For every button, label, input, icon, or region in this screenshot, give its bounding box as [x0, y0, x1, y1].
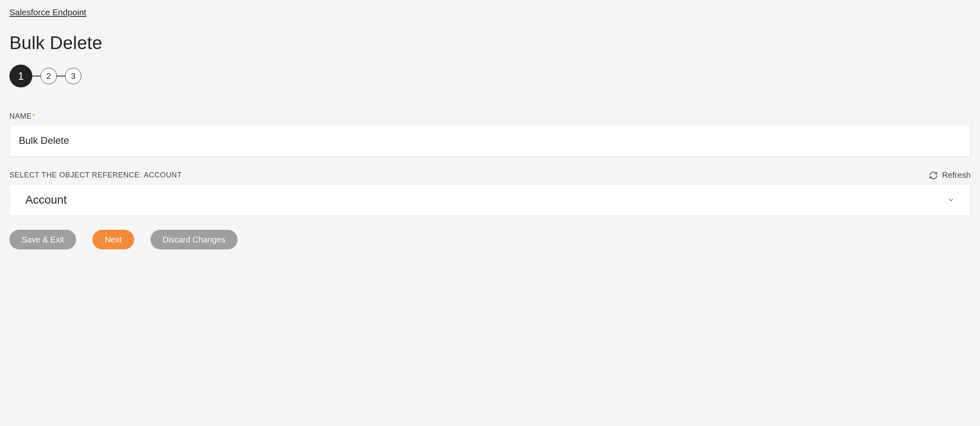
object-ref-selected-value: Account: [25, 193, 67, 206]
save-exit-button[interactable]: Save & Exit: [9, 230, 76, 249]
action-button-row: Save & Exit Next Discard Changes: [9, 230, 971, 249]
object-ref-row: SELECT THE OBJECT REFERENCE: ACCOUNT Ref…: [9, 170, 971, 216]
name-label: NAME: [9, 112, 31, 120]
page-title: Bulk Delete: [9, 33, 971, 53]
wizard-stepper: 1 2 3: [9, 65, 971, 87]
step-connector: [57, 76, 65, 76]
step-2[interactable]: 2: [40, 68, 57, 84]
step-3[interactable]: 3: [65, 68, 81, 84]
required-marker: *: [32, 113, 35, 120]
step-1[interactable]: 1: [9, 65, 32, 87]
refresh-label: Refresh: [942, 170, 971, 180]
breadcrumb-link[interactable]: Salesforce Endpoint: [9, 7, 86, 17]
next-button[interactable]: Next: [92, 230, 134, 249]
chevron-down-icon: [947, 196, 955, 204]
object-ref-select[interactable]: Account: [9, 184, 971, 216]
object-ref-label: SELECT THE OBJECT REFERENCE: ACCOUNT: [9, 171, 182, 179]
step-connector: [32, 76, 40, 76]
refresh-button[interactable]: Refresh: [929, 170, 971, 180]
name-field-row: NAME*: [9, 112, 971, 157]
name-input[interactable]: [9, 125, 971, 157]
refresh-icon: [929, 171, 938, 180]
discard-changes-button[interactable]: Discard Changes: [150, 230, 238, 249]
